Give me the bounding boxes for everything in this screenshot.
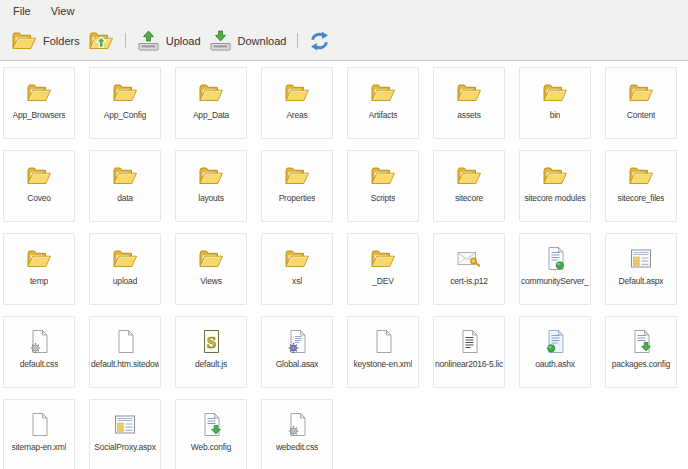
toolbar-separator <box>297 33 298 48</box>
document-config-icon <box>631 328 652 355</box>
download-button-label: Download <box>238 35 287 47</box>
certificate-key-icon <box>457 245 482 272</box>
file-item[interactable]: default.css <box>3 316 75 388</box>
document-text-icon <box>459 328 480 355</box>
document-script-icon: S <box>201 328 222 355</box>
file-item-label: sitemap-en.xml <box>12 442 67 452</box>
folder-up-button[interactable] <box>84 28 118 53</box>
file-item-label: bin <box>550 110 561 120</box>
file-item[interactable]: Areas <box>261 67 333 139</box>
folder-icon <box>26 162 52 189</box>
file-item[interactable]: packages.config <box>605 316 677 388</box>
document-icon <box>29 411 50 438</box>
folder-icon <box>284 162 310 189</box>
file-item[interactable]: Global.asax <box>261 316 333 388</box>
file-item-label: keystone-en.xml <box>354 359 413 369</box>
file-item-label: data <box>117 193 133 203</box>
file-item[interactable]: temp <box>3 233 75 305</box>
file-item-label: cert-is.p12 <box>450 276 487 286</box>
file-item[interactable]: keystone-en.xml <box>347 316 419 388</box>
file-item[interactable]: Artifacts <box>347 67 419 139</box>
document-config-icon <box>201 411 222 438</box>
file-item[interactable]: oauth.ashx <box>519 316 591 388</box>
file-item[interactable]: xsl <box>261 233 333 305</box>
file-item[interactable]: Properties <box>261 150 333 222</box>
upload-button[interactable]: Upload <box>133 28 205 53</box>
folders-button[interactable]: Folders <box>7 28 84 53</box>
file-item[interactable]: layouts <box>175 150 247 222</box>
file-item-label: oauth.ashx <box>535 359 575 369</box>
file-item[interactable]: default.htm.sitedown <box>89 316 161 388</box>
file-item[interactable]: App_Data <box>175 67 247 139</box>
file-grid: App_Browsers App_Config App_Data Areas A… <box>0 61 688 469</box>
file-item[interactable]: Views <box>175 233 247 305</box>
file-item[interactable]: sitecore <box>433 150 505 222</box>
file-item-label: communityServer_... <box>521 276 589 286</box>
file-item[interactable]: cert-is.p12 <box>433 233 505 305</box>
file-item[interactable]: Coveo <box>3 150 75 222</box>
file-item[interactable]: sitemap-en.xml <box>3 399 75 469</box>
file-item[interactable]: Web.config <box>175 399 247 469</box>
file-item[interactable]: App_Browsers <box>3 67 75 139</box>
file-item[interactable]: _DEV <box>347 233 419 305</box>
folder-icon <box>112 245 138 272</box>
file-item-label: App_Config <box>104 110 146 120</box>
upload-button-label: Upload <box>166 35 201 47</box>
menu-file[interactable]: File <box>10 3 34 19</box>
file-item-label: Global.asax <box>276 359 319 369</box>
file-item[interactable]: bin <box>519 67 591 139</box>
file-item[interactable]: Content <box>605 67 677 139</box>
folder-up-icon <box>88 30 114 51</box>
file-item[interactable]: communityServer_... <box>519 233 591 305</box>
form-grid-icon <box>113 411 137 438</box>
file-item[interactable]: sitecore_files <box>605 150 677 222</box>
folder-icon <box>198 245 224 272</box>
file-item-label: Default.aspx <box>619 276 664 286</box>
file-item[interactable]: webedit.css <box>261 399 333 469</box>
folder-icon <box>542 79 568 106</box>
document-icon <box>115 328 136 355</box>
file-item-label: SocialProxy.aspx <box>94 442 155 452</box>
download-button[interactable]: Download <box>205 28 291 53</box>
file-item-label: Artifacts <box>369 110 398 120</box>
file-item[interactable]: assets <box>433 67 505 139</box>
file-manager-window: File View Folders Upload Download App_Br… <box>0 0 688 469</box>
file-item[interactable]: nonlinear2016-5.lic <box>433 316 505 388</box>
file-item[interactable]: S default.js <box>175 316 247 388</box>
folder-icon <box>370 245 396 272</box>
file-item[interactable]: upload <box>89 233 161 305</box>
file-item-label: Properties <box>279 193 316 203</box>
file-item-label: Areas <box>286 110 307 120</box>
file-item[interactable]: Scripts <box>347 150 419 222</box>
refresh-button[interactable] <box>305 29 334 53</box>
folder-icon <box>26 79 52 106</box>
file-item-label: default.htm.sitedown <box>91 359 159 369</box>
toolbar-separator <box>125 33 126 48</box>
file-item-label: App_Browsers <box>13 110 66 120</box>
file-item[interactable]: data <box>89 150 161 222</box>
download-icon <box>209 30 232 51</box>
folder-icon <box>370 162 396 189</box>
document-sphere-left-icon <box>545 328 566 355</box>
file-item-label: App_Data <box>193 110 229 120</box>
folder-icon <box>11 30 37 51</box>
document-gear-icon <box>287 411 308 438</box>
file-item-label: packages.config <box>612 359 670 369</box>
file-item[interactable]: App_Config <box>89 67 161 139</box>
file-item-label: Views <box>200 276 222 286</box>
folder-icon <box>628 79 654 106</box>
folder-icon <box>456 79 482 106</box>
file-item-label: sitecore modules <box>524 193 585 203</box>
folder-icon <box>628 162 654 189</box>
file-item[interactable]: sitecore modules <box>519 150 591 222</box>
file-item-label: Coveo <box>27 193 51 203</box>
file-item[interactable]: SocialProxy.aspx <box>89 399 161 469</box>
file-item[interactable]: Default.aspx <box>605 233 677 305</box>
folder-icon <box>198 79 224 106</box>
file-item-label: _DEV <box>372 276 393 286</box>
form-grid-icon <box>629 245 653 272</box>
folder-icon <box>198 162 224 189</box>
menu-view[interactable]: View <box>48 3 78 19</box>
file-item-label: Scripts <box>371 193 396 203</box>
upload-icon <box>137 30 160 51</box>
